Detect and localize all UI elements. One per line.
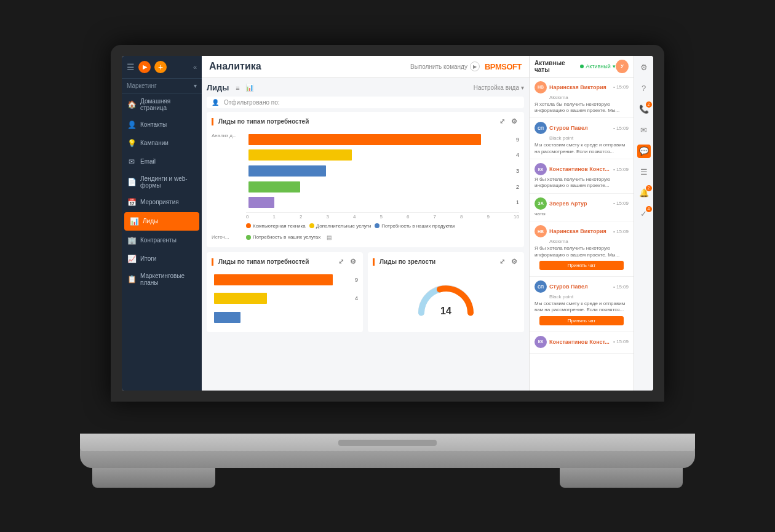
main-chart-card: Лиды по типам потребностей ⤢ ⚙ Анализ д.… xyxy=(207,112,524,247)
legend-item-4: Потребность в наших услугах xyxy=(246,232,320,242)
chart-actions: ⤢ ⚙ xyxy=(497,117,519,127)
feed-icon-btn[interactable]: ☰ xyxy=(637,165,651,179)
chat-time-7: • 15:09 xyxy=(613,339,629,344)
source-label: Источ... xyxy=(212,234,242,240)
bar-container-5: 1 xyxy=(248,197,507,208)
chat-item-4[interactable]: ЗА Зверев Артур • 15:09 чаты xyxy=(530,194,634,221)
chart-title-text: Лиды по типам потребностей xyxy=(212,118,309,125)
chat-preview-5: Я бы хотела получить некоторую информаци… xyxy=(535,245,629,258)
gear-icon-btn[interactable]: ⚙ xyxy=(637,61,651,74)
chat-preview-6: Мы составим смету к среде и отправим вам… xyxy=(535,301,629,314)
bar-1 xyxy=(248,134,481,145)
list-view-icon[interactable]: ≡ xyxy=(232,83,242,93)
execute-command-button[interactable]: Выполнить команду ▶ xyxy=(410,62,480,71)
xaxis-3: 3 xyxy=(327,214,329,220)
menu-icon[interactable]: ☰ xyxy=(127,62,135,72)
sidebar-item-results[interactable]: 📈 Итоги xyxy=(122,250,202,268)
sidebar-item-marketing-plans[interactable]: 📋 Маркетинговые планы xyxy=(122,268,202,290)
sidebar-item-counterparties[interactable]: 🏢 Контрагенты xyxy=(122,231,202,250)
chat-item-header-3: КК Константинов Конст... • 15:09 xyxy=(535,163,629,175)
bar-label-1: 9 xyxy=(516,137,519,143)
right-toolbar: ⚙ ? 📞 2 ✉ 💬 ☰ 🔔 2 ✓ 4 xyxy=(634,56,653,391)
chat-avatar-7: КК xyxy=(535,336,547,348)
notification-icon-btn[interactable]: 🔔 2 xyxy=(637,186,651,200)
legend-label-1: Компьютерная техника xyxy=(253,223,306,229)
sidebar: ☰ ▶ + « Маркетинг ▾ 🏠 Домашняя страница xyxy=(122,56,202,391)
chat-preview-2: Мы составим смету к среде и отправим на … xyxy=(535,142,629,155)
sidebar-item-label: Маркетинговые планы xyxy=(140,272,197,286)
chat-item-3[interactable]: КК Константинов Конст... • 15:09 Я бы хо… xyxy=(530,159,634,194)
main-content: Аналитика Выполнить команду ▶ BPMSOFT Ли… xyxy=(202,56,529,391)
chat-item-1[interactable]: НВ Наринская Виктория • 15:09 Aksioma Я … xyxy=(530,77,634,119)
home-icon: 🏠 xyxy=(127,100,137,109)
chart-settings-icon-bl[interactable]: ⚙ xyxy=(348,257,358,267)
chat-time-6: • 15:09 xyxy=(613,284,629,290)
chart-legend: Компьютерная техника Дополнительные услу… xyxy=(246,223,519,242)
expand-icon-bl[interactable]: ⤢ xyxy=(336,257,346,267)
chart-xaxis: 0 1 2 3 4 5 6 7 8 9 xyxy=(246,212,519,221)
chat-time-4: • 15:09 xyxy=(613,200,629,206)
email-icon-btn[interactable]: ✉ xyxy=(637,124,651,137)
chat-item-5[interactable]: НВ Наринская Виктория • 15:09 Aksioma Я … xyxy=(530,221,634,277)
task-icon-btn[interactable]: ✓ 4 xyxy=(637,207,651,221)
landings-icon: 📄 xyxy=(127,177,137,187)
chart-view-icon[interactable]: 📊 xyxy=(245,83,255,93)
sidebar-item-label: Контрагенты xyxy=(140,237,177,244)
sidebar-item-label: Email xyxy=(140,158,156,165)
contacts-icon: 👤 xyxy=(127,120,137,130)
phone-icon-btn[interactable]: 📞 2 xyxy=(637,103,651,116)
sidebar-item-label: Итоги xyxy=(140,255,156,262)
sidebar-item-campaigns[interactable]: 💡 Кампании xyxy=(122,134,202,153)
expand-icon-br[interactable]: ⤢ xyxy=(497,257,507,267)
chat-item-header-7: КК Константинов Конст... • 15:09 xyxy=(535,336,629,348)
sidebar-item-landings[interactable]: 📄 Лендинги и web-формы xyxy=(122,171,202,193)
logo-plus[interactable]: + xyxy=(154,61,167,73)
legend-item-1: Компьютерная техника xyxy=(246,223,306,229)
sidebar-item-contacts[interactable]: 👤 Контакты xyxy=(122,116,202,134)
chat-company-1: Aksioma xyxy=(549,95,629,100)
accept-chat-button-5[interactable]: Принять чат xyxy=(539,261,624,270)
chat-item-2[interactable]: СП Стуров Павел • 15:09 Black point Мы с… xyxy=(530,118,634,159)
settings-view-label: Настройка вида xyxy=(474,84,519,91)
sidebar-collapse-icon[interactable]: « xyxy=(193,63,197,71)
bl-bar-container-2: 4 xyxy=(214,293,346,304)
chart-settings-icon[interactable]: ⚙ xyxy=(509,117,519,127)
chat-preview-1: Я хотела бы получить некоторую информаци… xyxy=(535,101,629,114)
bar-row-1: 9 xyxy=(248,133,507,147)
legend-label-2: Дополнительные услуги xyxy=(316,223,372,229)
accept-chat-button-6[interactable]: Принять чат xyxy=(539,316,624,325)
chat-item-7[interactable]: КК Константинов Конст... • 15:09 xyxy=(530,332,634,354)
bottom-left-title: Лиды по типам потребностей ⤢ ⚙ xyxy=(212,257,358,267)
bpmsoft-logo: BPMSOFT xyxy=(485,62,522,71)
chat-panel-title: Активные чаты xyxy=(535,60,580,73)
legend-more-icon[interactable]: ▤ xyxy=(324,232,334,242)
sidebar-item-home[interactable]: 🏠 Домашняя страница xyxy=(122,93,202,116)
bar-row-3: 3 xyxy=(248,164,507,178)
campaigns-icon: 💡 xyxy=(127,138,137,148)
bar-row-2: 4 xyxy=(248,148,507,162)
xaxis-4: 4 xyxy=(353,214,356,220)
chart-title-text-bl: Лиды по типам потребностей xyxy=(212,258,309,266)
chart-actions-bl: ⤢ ⚙ xyxy=(336,257,358,267)
chat-time-5: • 15:09 xyxy=(613,229,629,234)
chart-settings-icon-br[interactable]: ⚙ xyxy=(509,257,519,267)
expand-icon[interactable]: ⤢ xyxy=(497,117,507,127)
sidebar-item-email[interactable]: ✉ Email xyxy=(122,153,202,171)
chat-company-6: Black point xyxy=(549,294,629,300)
settings-view-button[interactable]: Настройка вида ▾ xyxy=(474,84,524,91)
content-area: Лиды ≡ 📊 Настройка вида ▾ 👤 xyxy=(202,78,529,391)
bar-row-5: 1 xyxy=(248,196,507,210)
chat-item-6[interactable]: СП Стуров Павел • 15:09 Black point Мы с… xyxy=(530,277,634,332)
chat-avatar-6: СП xyxy=(535,280,547,293)
chat-icon-btn[interactable]: 💬 xyxy=(637,145,651,158)
bar-container-4: 2 xyxy=(248,181,507,193)
sidebar-item-leads[interactable]: 📊 Лиды xyxy=(124,212,199,231)
sidebar-item-events[interactable]: 📅 Мероприятия xyxy=(122,193,202,212)
xaxis-9: 9 xyxy=(487,214,490,220)
legend-item-2: Дополнительные услуги xyxy=(309,223,372,229)
help-icon-btn[interactable]: ? xyxy=(637,82,651,95)
chart-title-label: Лиды по типам потребностей xyxy=(218,118,309,125)
laptop-hinge xyxy=(80,450,695,468)
bl-bar-label-2: 4 xyxy=(355,295,358,301)
chat-name-1: Наринская Виктория xyxy=(549,84,611,90)
